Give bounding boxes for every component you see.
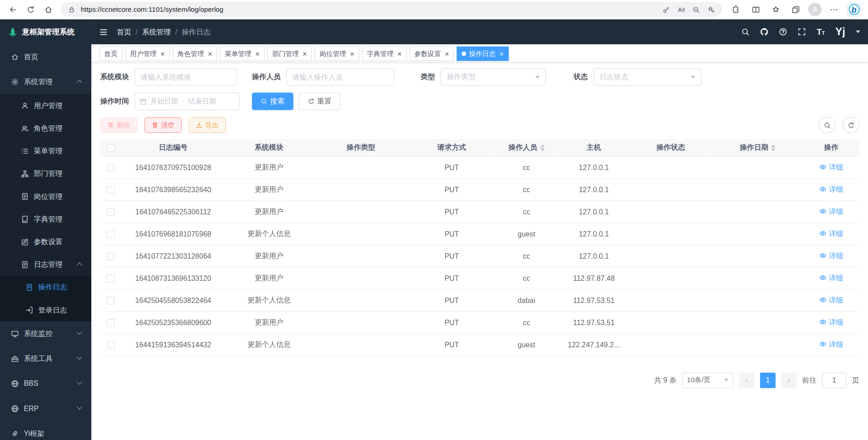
tab-role-manage[interactable]: 角色管理× [173,47,217,61]
row-checkbox[interactable] [107,274,114,282]
sidebar-item-bbs[interactable]: BBS [0,371,91,396]
select-all-checkbox[interactable] [107,144,114,151]
tab-dept-manage[interactable]: 部门管理× [267,47,312,61]
tab-close-icon[interactable]: × [445,50,449,57]
font-size-icon[interactable]: TT [817,27,825,37]
extension-icon[interactable] [728,2,743,17]
clear-button[interactable]: 清空 [145,118,182,133]
tab-dict-manage[interactable]: 字典管理× [362,47,407,61]
type-select[interactable]: 操作类型 [441,68,546,86]
app-logo[interactable]: 意框架管理系统 [0,19,91,44]
column-header[interactable]: 操作人员 [495,139,558,156]
chevron-down-icon[interactable] [856,30,860,33]
reset-button[interactable]: 重置 [299,92,340,110]
key-icon[interactable] [663,6,670,13]
profile-avatar-icon[interactable] [808,3,821,16]
refresh-table-button[interactable] [843,117,859,133]
search-icon[interactable] [741,28,750,36]
detail-link[interactable]: 详细 [819,162,843,172]
next-page-button[interactable]: › [781,372,797,388]
operator-input[interactable] [286,68,394,86]
toggle-search-button[interactable] [819,117,835,133]
tab-oper-log[interactable]: 操作日志× [457,47,509,61]
module-input[interactable] [135,68,237,86]
breadcrumb-item[interactable]: 首页 [117,27,131,37]
url-text[interactable]: https://ccnetcore.com:1101/system/log/op… [81,5,657,13]
address-bar[interactable]: https://ccnetcore.com:1101/system/log/op… [61,2,722,17]
tab-menu-manage[interactable]: 菜单管理× [220,47,264,61]
tab-close-icon[interactable]: × [160,50,165,57]
row-checkbox[interactable] [107,208,114,216]
column-header[interactable]: 操作日期 [712,139,803,156]
fullscreen-icon[interactable] [798,28,806,36]
tab-close-icon[interactable]: × [303,50,307,57]
export-button[interactable]: 导出 [189,118,226,133]
row-checkbox[interactable] [107,230,114,238]
tab-close-icon[interactable]: × [500,50,504,57]
delete-button[interactable]: 删除 [100,118,137,133]
split-screen-icon[interactable] [749,2,764,17]
sort-carets-icon[interactable] [771,144,776,151]
sidebar-item-menu-manage[interactable]: 菜单管理 [0,140,91,162]
sidebar-item-param-setting[interactable]: 参数设置 [0,230,91,253]
tab-post-manage[interactable]: 岗位管理× [315,47,359,61]
tab-param-setting[interactable]: 参数设置× [410,47,454,61]
sidebar-item-oper-log[interactable]: 操作日志 [0,276,91,298]
sidebar-item-dict-manage[interactable]: 字典管理 [0,208,91,230]
detail-link[interactable]: 详细 [819,184,843,194]
read-aloud-icon[interactable] [678,6,685,13]
user-logo[interactable]: Yj [835,26,845,38]
sidebar-item-user-manage[interactable]: 用户管理 [0,94,91,117]
tab-user-manage[interactable]: 用户管理× [125,47,170,61]
row-checkbox[interactable] [107,319,114,326]
page-number-button[interactable]: 1 [760,372,775,388]
detail-link[interactable]: 详细 [819,317,843,327]
sidebar-item-yi-framework[interactable]: Yi框架 [0,421,91,440]
back-icon[interactable] [5,2,21,17]
sort-carets-icon[interactable] [540,144,545,151]
sidebar-item-role-manage[interactable]: 角色管理 [0,117,91,139]
zoom-out-icon[interactable] [693,6,700,13]
detail-link[interactable]: 详细 [819,295,843,305]
reload-icon[interactable] [22,2,39,17]
detail-link[interactable]: 详细 [819,273,843,283]
favorite-add-icon[interactable] [708,6,715,13]
bing-icon[interactable]: b [846,2,861,17]
row-checkbox[interactable] [107,164,114,171]
row-checkbox[interactable] [107,297,114,304]
row-checkbox[interactable] [107,252,114,260]
breadcrumb-item[interactable]: 系统管理 [142,27,171,37]
sidebar-item-log-manage[interactable]: 日志管理 [0,253,91,276]
sidebar-item-system-monitor[interactable]: 系统监控 [0,321,91,346]
sidebar-item-login-log[interactable]: 登录日志 [0,298,91,321]
detail-link[interactable]: 详细 [819,339,843,349]
detail-link[interactable]: 详细 [819,206,843,216]
page-size-select[interactable]: 10条/页 [682,372,734,388]
row-checkbox[interactable] [107,186,114,194]
collections-icon[interactable] [788,2,803,17]
hamburger-icon[interactable] [99,28,108,37]
search-button[interactable]: 搜索 [252,92,293,110]
date-range-picker[interactable]: 开始日期 - 结束日期 [135,92,240,110]
tab-close-icon[interactable]: × [208,50,212,57]
tab-home[interactable]: 首页 [99,47,122,61]
tab-close-icon[interactable]: × [397,50,401,57]
sidebar-item-system-tool[interactable]: 系统工具 [0,346,91,371]
goto-page-input[interactable] [822,372,846,388]
sidebar-item-system-manage[interactable]: 系统管理 [0,69,91,94]
home-icon[interactable] [40,2,57,17]
help-icon[interactable] [779,28,787,36]
detail-link[interactable]: 详细 [819,228,843,238]
sidebar-item-home[interactable]: 首页 [0,44,91,69]
favorites-bar-icon[interactable] [769,2,783,17]
sidebar-item-post-manage[interactable]: 岗位管理 [0,185,91,208]
row-checkbox[interactable] [107,341,114,349]
tab-close-icon[interactable]: × [255,50,259,57]
github-icon[interactable] [760,28,769,36]
detail-link[interactable]: 详细 [819,251,843,260]
lock-icon[interactable] [68,6,75,13]
tab-close-icon[interactable]: × [350,50,354,57]
sidebar-item-erp[interactable]: ERP [0,396,91,421]
status-select[interactable]: 日志状态 [594,68,702,86]
more-icon[interactable] [826,2,841,17]
